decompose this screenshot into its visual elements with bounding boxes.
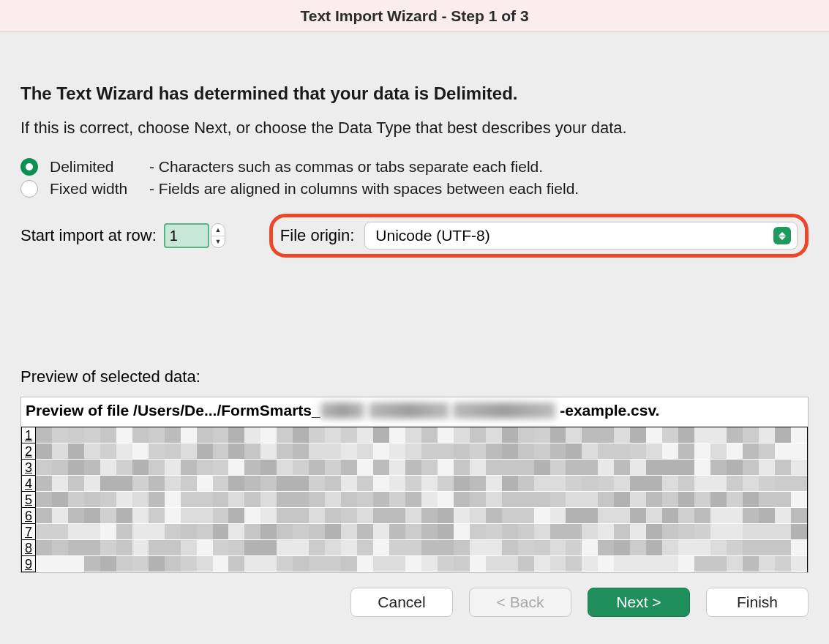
option-fixed-desc: - Fields are aligned in columns with spa… — [149, 180, 579, 198]
preview-pixelated-data — [36, 427, 807, 572]
preview-row-number: 2 — [22, 443, 35, 460]
stepper-down-icon[interactable]: ▼ — [211, 236, 225, 248]
button-row: Cancel < Back Next > Finish — [20, 588, 809, 617]
redacted-segment — [320, 402, 364, 419]
preview-row-number: 8 — [22, 540, 35, 556]
start-row-label: Start import at row: — [20, 226, 157, 245]
start-row-stepper[interactable]: ▲ ▼ — [211, 223, 225, 248]
finish-button[interactable]: Finish — [706, 588, 809, 617]
page-subtext: If this is correct, choose Next, or choo… — [20, 119, 809, 138]
file-origin-value: Unicode (UTF-8) — [375, 227, 489, 244]
start-row-input[interactable] — [164, 223, 209, 248]
option-fixed-label: Fixed width — [50, 180, 138, 198]
preview-row-number: 4 — [22, 476, 35, 492]
redacted-segment — [369, 402, 449, 419]
option-delimited[interactable]: Delimited - Characters such as commas or… — [20, 158, 809, 176]
preview-row-number: 7 — [22, 524, 35, 540]
file-origin-select[interactable]: Unicode (UTF-8) — [364, 222, 798, 250]
file-origin-label: File origin: — [280, 226, 354, 245]
preview-row-numbers: 123456789 — [22, 427, 36, 572]
preview-header-suffix: -example.csv. — [560, 402, 659, 419]
radio-delimited[interactable] — [20, 158, 38, 176]
next-button[interactable]: Next > — [588, 588, 690, 617]
option-delimited-desc: - Characters such as commas or tabs sepa… — [149, 158, 543, 176]
preview-label: Preview of selected data: — [20, 367, 809, 386]
cancel-button[interactable]: Cancel — [350, 588, 453, 617]
redacted-segment — [453, 402, 555, 419]
file-origin-group: File origin: Unicode (UTF-8) — [269, 214, 809, 258]
option-fixed-width[interactable]: Fixed width - Fields are aligned in colu… — [20, 180, 809, 198]
preview-header: Preview of file /Users/De.../FormSmarts_… — [21, 397, 808, 427]
preview-row-number: 9 — [22, 556, 35, 572]
row-controls: Start import at row: ▲ ▼ File origin: Un… — [20, 214, 809, 258]
start-row-input-wrap: ▲ ▼ — [164, 223, 225, 248]
page-heading: The Text Wizard has determined that your… — [20, 83, 809, 104]
preview-grid: 123456789 — [21, 427, 808, 572]
preview-header-prefix: Preview of file /Users/De.../FormSmarts_ — [26, 402, 320, 419]
stepper-up-icon[interactable]: ▲ — [211, 224, 225, 236]
preview-box: Preview of file /Users/De.../FormSmarts_… — [20, 397, 809, 573]
back-button: < Back — [469, 588, 571, 617]
wizard-body: The Text Wizard has determined that your… — [0, 32, 829, 637]
wizard-title: Text Import Wizard - Step 1 of 3 — [0, 0, 829, 32]
preview-row-number: 1 — [22, 427, 35, 443]
select-caret-icon[interactable] — [773, 227, 791, 244]
radio-fixed-width[interactable] — [20, 180, 38, 198]
preview-row-number: 6 — [22, 508, 35, 524]
preview-row-number: 5 — [22, 492, 35, 508]
data-type-options: Delimited - Characters such as commas or… — [20, 158, 809, 198]
option-delimited-label: Delimited — [50, 158, 138, 176]
start-row-group: Start import at row: ▲ ▼ — [20, 223, 225, 248]
preview-row-number: 3 — [22, 460, 35, 476]
